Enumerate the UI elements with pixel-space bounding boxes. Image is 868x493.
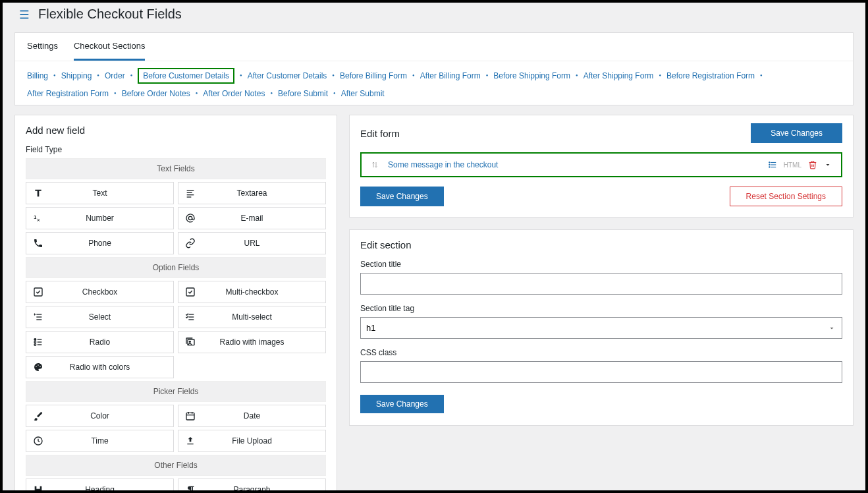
reset-section-button[interactable]: Reset Section Settings xyxy=(730,187,842,206)
tab-settings[interactable]: Settings xyxy=(27,33,58,61)
save-changes-top-button[interactable]: Save Changes xyxy=(751,123,842,143)
field-type-textarea[interactable]: Textarea xyxy=(178,182,326,204)
content-container: Settings Checkout Sections Billing●Shipp… xyxy=(14,32,854,105)
section-title-label: Section title xyxy=(360,260,842,269)
field-type-url[interactable]: URL xyxy=(178,232,326,254)
field-type-radio[interactable]: Radio xyxy=(26,331,174,353)
subnav-item-after-billing-form[interactable]: After Billing Form xyxy=(420,71,481,80)
section-subnav: Billing●Shipping●Order●Before Customer D… xyxy=(15,61,853,105)
subnav-separator: ● xyxy=(659,73,661,77)
subnav-item-after-shipping-form[interactable]: After Shipping Form xyxy=(583,71,654,80)
subnav-separator: ● xyxy=(333,91,336,95)
upload-icon xyxy=(178,436,202,446)
subnav-item-before-order-notes[interactable]: Before Order Notes xyxy=(122,89,190,98)
images-icon xyxy=(178,337,202,347)
field-type-radio-colors[interactable]: Radio with colors xyxy=(26,356,174,378)
svg-point-21 xyxy=(34,341,36,343)
delete-icon[interactable] xyxy=(808,160,817,169)
svg-point-30 xyxy=(40,366,41,367)
save-section-button[interactable]: Save Changes xyxy=(360,395,444,413)
field-type-paragraph[interactable]: Paragraph xyxy=(178,478,326,490)
subnav-item-after-order-notes[interactable]: After Order Notes xyxy=(203,89,265,98)
field-type-file[interactable]: File Upload xyxy=(178,430,326,452)
field-type-multi-checkbox[interactable]: Multi-checkbox xyxy=(178,281,326,303)
tab-checkout-sections[interactable]: Checkout Sections xyxy=(74,33,145,61)
subnav-item-after-customer-details[interactable]: After Customer Details xyxy=(248,71,327,80)
section-tag-label: Section title tag xyxy=(360,304,842,313)
at-icon xyxy=(178,213,202,223)
field-type-checkbox[interactable]: Checkbox xyxy=(26,281,174,303)
add-field-panel: Add new field Field Type Text Fields Tex… xyxy=(14,115,337,490)
heading-icon xyxy=(26,484,50,490)
expand-icon[interactable] xyxy=(824,161,832,169)
subnav-item-before-shipping-form[interactable]: Before Shipping Form xyxy=(493,71,570,80)
calendar-icon xyxy=(178,411,202,421)
edit-section-title: Edit section xyxy=(350,230,853,260)
select-icon xyxy=(26,312,50,322)
svg-point-43 xyxy=(769,164,770,165)
field-type-multi-select[interactable]: Multi-select xyxy=(178,306,326,328)
page-header: Flexible Checkout Fields xyxy=(3,3,865,26)
section-title-input[interactable] xyxy=(360,273,842,295)
css-class-input[interactable] xyxy=(360,361,842,383)
field-type-phone[interactable]: Phone xyxy=(26,232,174,254)
subnav-item-before-customer-details[interactable]: Before Customer Details xyxy=(138,68,234,84)
field-type-time[interactable]: Time xyxy=(26,430,174,452)
subnav-item-before-billing-form[interactable]: Before Billing Form xyxy=(340,71,407,80)
field-type-badge: HTML xyxy=(784,161,801,169)
field-type-radio-images[interactable]: Radio with images xyxy=(178,331,326,353)
svg-text:1: 1 xyxy=(34,214,36,220)
subnav-item-shipping[interactable]: Shipping xyxy=(61,71,92,80)
number-icon: 1 xyxy=(26,213,50,223)
page-title: Flexible Checkout Fields xyxy=(38,7,182,22)
subnav-item-before-registration-form[interactable]: Before Registration Form xyxy=(666,71,755,80)
drag-handle-icon[interactable] xyxy=(371,160,379,169)
list-icon xyxy=(16,7,30,22)
save-changes-button[interactable]: Save Changes xyxy=(360,187,444,206)
field-type-color[interactable]: Color xyxy=(26,405,174,427)
subnav-item-order[interactable]: Order xyxy=(105,71,125,80)
subnav-separator: ● xyxy=(412,73,415,77)
form-field-label: Some message in the checkout xyxy=(388,160,768,169)
svg-point-29 xyxy=(38,364,39,366)
list-settings-icon[interactable] xyxy=(768,160,777,169)
edit-form-title: Edit form xyxy=(360,128,751,139)
subnav-separator: ● xyxy=(114,91,117,95)
multi-checkbox-icon xyxy=(178,287,202,297)
checkbox-icon xyxy=(26,287,50,297)
edit-section-panel: Edit section Section title Section title… xyxy=(349,229,854,426)
subnav-separator: ● xyxy=(97,73,99,77)
brush-icon xyxy=(26,411,50,421)
subnav-item-before-submit[interactable]: Before Submit xyxy=(278,89,328,98)
svg-point-11 xyxy=(188,216,192,219)
svg-point-27 xyxy=(189,341,190,342)
field-type-text[interactable]: Text xyxy=(26,182,174,204)
css-class-label: CSS class xyxy=(360,348,842,357)
align-left-icon xyxy=(178,188,202,198)
field-type-email[interactable]: E-mail xyxy=(178,207,326,229)
field-type-number[interactable]: 1Number xyxy=(26,207,174,229)
subnav-separator: ● xyxy=(53,73,56,77)
field-type-date[interactable]: Date xyxy=(178,405,326,427)
subnav-separator: ● xyxy=(130,73,133,77)
subnav-separator: ● xyxy=(270,91,273,95)
svg-point-44 xyxy=(769,167,770,167)
svg-point-28 xyxy=(36,366,37,367)
radio-list-icon xyxy=(26,337,50,347)
field-type-heading[interactable]: Heading xyxy=(26,478,174,490)
subnav-item-billing[interactable]: Billing xyxy=(27,71,48,80)
subnav-item-after-registration-form[interactable]: After Registration Form xyxy=(27,89,109,98)
group-other-fields: Other Fields xyxy=(26,455,326,476)
subnav-item-after-submit[interactable]: After Submit xyxy=(341,89,385,98)
multi-select-icon xyxy=(178,312,202,322)
form-field-row[interactable]: Some message in the checkout HTML xyxy=(360,152,842,177)
subnav-separator: ● xyxy=(576,73,578,77)
section-tag-select[interactable] xyxy=(360,317,842,339)
svg-point-42 xyxy=(769,162,770,163)
svg-point-22 xyxy=(34,344,36,346)
field-type-select[interactable]: Select xyxy=(26,306,174,328)
add-field-title: Add new field xyxy=(15,115,337,145)
field-type-label: Field Type xyxy=(26,145,326,154)
link-icon xyxy=(178,238,202,248)
subnav-separator: ● xyxy=(486,73,489,77)
